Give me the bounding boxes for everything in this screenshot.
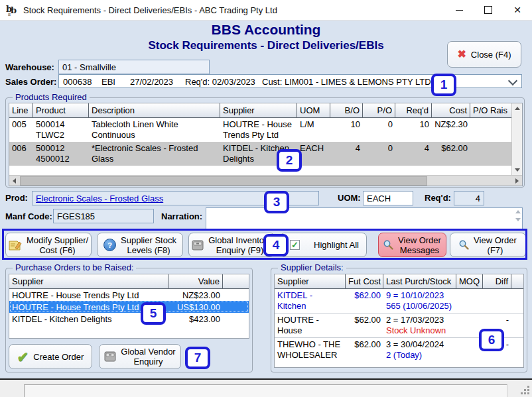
col-po[interactable]: P/O [363,103,395,118]
col-reqd[interactable]: Req'd [395,103,432,118]
sd-last-purchase: 3 = 30/04/2024 [386,339,454,350]
po-row-selected[interactable]: HOUTRE - House Trends Pty Ltd US$130.00 [9,301,249,313]
vertical-scrollbar[interactable] [511,103,522,175]
scrollbar-thumb[interactable] [20,176,427,186]
col-cost[interactable]: Cost [432,103,470,118]
uom-label: UOM: [338,193,361,203]
cell-po: 0 [363,118,395,142]
close-window-button[interactable]: ✕ [503,0,532,20]
sd-supplier: THEWHO - THE WHOLESALER [275,338,346,362]
sd-fut-cost: $62.00 [346,338,383,362]
sales-order-customer: Cust: LIM001 - LIMES & LEMONS PTY LTD [262,77,431,87]
col-last-purch[interactable]: Last Purch/Stock [383,274,456,289]
cell-line: 005 [9,118,33,142]
manf-code-field[interactable]: FGES185 [53,209,154,223]
uom-value: EACH [367,194,391,203]
spin-up-icon[interactable] [515,210,521,213]
prod-link[interactable]: Electronic Scales - Frosted Glass [36,194,163,203]
highlight-all-checkbox[interactable]: ✓ [290,240,300,250]
magnifier-icon [383,240,393,250]
cell-product: 500012 4500012 [33,142,89,166]
table-row-selected[interactable]: 006 500012 4500012 *Electronic Scales - … [9,142,522,166]
col-fut-cost[interactable]: Fut Cost [346,274,383,289]
cell-description: Tablecloth Linen White Continuous 2M wid… [89,118,220,142]
close-f4-button[interactable]: ✖ Close (F4) [447,41,521,68]
col-diff[interactable]: Diff [483,274,511,289]
sd-supplier: KITDEL - Kitchen Delights [275,289,346,313]
po-spacer [223,289,249,301]
global-vendor-enquiry-button[interactable]: Global Vendor Enquiry [99,344,181,369]
minimize-button[interactable] [444,0,474,20]
sd-row[interactable]: KITDEL - Kitchen Delights $62.00 9 = 10/… [275,289,523,313]
scroll-down-icon[interactable] [515,168,520,172]
cell-bo: 4 [330,142,363,166]
col-line[interactable]: Line [9,103,33,118]
note-edit-icon [9,239,22,251]
narration-field[interactable] [206,207,523,230]
highlight-all-control[interactable]: ✓ Highlight All [280,233,367,257]
po-row[interactable]: HOUTRE - House Trends Pty Ltd NZ$23.00 [9,289,249,301]
sales-order-label: Sales Order: [5,77,56,87]
uom-field[interactable]: EACH [363,191,413,205]
global-inventory-enquiry-label: Global Inventory Enquiry (F9) [208,235,271,255]
col-po-raised[interactable]: P/O Rais [470,103,513,118]
annotation-1: 1 [431,74,456,96]
chevron-down-icon [508,76,517,85]
products-required-title: Products Required [13,92,90,102]
reqd-field[interactable]: 4 [454,191,484,205]
cell-po-raised [470,142,513,166]
modify-supplier-cost-label: Modify Supplier/ Cost (F6) [27,235,88,255]
scroll-left-icon[interactable] [13,178,16,184]
supplier-details-table: Supplier Fut Cost Last Purch/Stock MOQ D… [274,274,524,368]
cabinet-icon [192,240,204,251]
modify-supplier-cost-button[interactable]: Modify Supplier/ Cost (F6) [5,233,92,257]
col-uom[interactable]: UOM [297,103,330,118]
horizontal-scrollbar[interactable] [9,175,522,186]
title-bar: b b s Stock Requirements - Direct Delive… [0,0,532,21]
col-moq[interactable]: MOQ [456,274,483,289]
cell-po-raised [470,118,513,142]
status-message-panel [24,384,507,397]
po-value: NZ$23.00 [168,289,223,301]
sd-fut-cost: $62.00 [346,289,383,313]
supplier-details-group: Supplier Details: Supplier Fut Cost Last… [271,268,527,372]
view-order-messages-label: View Order Messages [398,235,441,255]
sd-stock: 565 (10/06/2025) [386,301,454,312]
svg-text:b: b [11,5,17,15]
scroll-up-icon[interactable] [515,107,520,110]
col-product[interactable]: Product [33,103,89,118]
col-supplier[interactable]: Supplier [9,274,168,289]
products-table: Line Product Description Supplier UOM B/… [9,103,523,186]
narration-scroll-icons[interactable] [515,210,521,221]
cell-line: 006 [9,142,33,166]
maximize-button[interactable] [474,0,503,20]
col-supplier[interactable]: Supplier [220,103,297,118]
view-order-f7-button[interactable]: View Order (F7) [450,233,526,257]
col-description[interactable]: Description [89,103,220,118]
col-supplier[interactable]: Supplier [275,274,346,289]
view-order-f7-label: View Order (F7) [474,235,517,255]
supplier-details-title: Supplier Details: [278,262,346,272]
create-order-button[interactable]: ✔ Create Order [9,344,92,369]
view-order-messages-button[interactable]: View Order Messages [378,233,446,257]
reqd-label: Req'd: [425,193,451,203]
table-row[interactable]: 005 500014 TLWC2 Tablecloth Linen White … [9,118,522,142]
sd-supplier: HOUTRE - House Trends Pty Ltd [275,313,346,337]
col-bo[interactable]: B/O [330,103,363,118]
cell-uom: L/M [297,118,330,142]
highlight-all-label: Highlight All [314,240,359,250]
purchase-orders-group: Purchase Orders to be Raised: Supplier V… [5,268,253,372]
warehouse-field[interactable]: 01 - Smallville [58,60,210,74]
col-value[interactable]: Value [168,274,223,289]
bbs-app-icon: b b s [5,3,19,17]
resize-grip[interactable] [520,385,529,394]
scroll-right-icon[interactable] [515,178,519,184]
supplier-stock-levels-button[interactable]: ? Supplier Stock Levels (F8) [97,233,183,257]
sd-last-purchase: 9 = 10/10/2023 [386,290,454,301]
sales-order-required-date: Req'd: 02/03/2023 [185,77,255,87]
status-bar [0,378,532,397]
stock-requirements-window: b b s Stock Requirements - Direct Delive… [0,0,532,397]
spin-down-icon[interactable] [515,218,521,221]
global-inventory-enquiry-button[interactable]: Global Inventory Enquiry (F9) [188,233,275,257]
po-row[interactable]: KITDEL - Kitchen Delights $423.00 [9,313,249,325]
